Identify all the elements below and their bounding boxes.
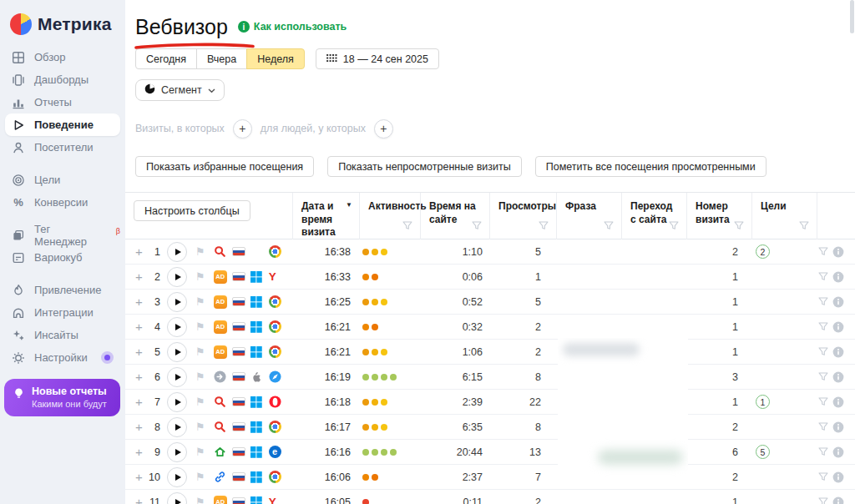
- column-header-1[interactable]: Активность: [359, 193, 420, 239]
- favorite-flag-icon[interactable]: [195, 421, 205, 432]
- expand-row-button[interactable]: [135, 295, 145, 308]
- expand-row-button[interactable]: [135, 471, 145, 483]
- filter-funnel-icon[interactable]: [818, 372, 828, 381]
- info-icon[interactable]: [832, 471, 844, 483]
- sidebar-item-attraction[interactable]: Привлечение: [5, 279, 120, 301]
- scrollbar[interactable]: [850, 0, 854, 33]
- new-reports-banner[interactable]: Новые отчеты Какими они будут: [4, 379, 120, 416]
- sidebar-item-integrations[interactable]: Интеграции: [5, 301, 120, 324]
- filter-funnel-icon[interactable]: [734, 221, 744, 234]
- info-icon[interactable]: [832, 371, 844, 383]
- add-visit-filter-button[interactable]: [233, 119, 252, 139]
- icon-slot: [232, 372, 250, 381]
- app-logo[interactable]: Метрика: [0, 7, 125, 46]
- filter-funnel-icon[interactable]: [472, 221, 482, 234]
- sidebar-item-reports[interactable]: Отчеты: [5, 91, 120, 113]
- info-icon[interactable]: [832, 271, 844, 283]
- play-visit-button[interactable]: [167, 342, 187, 362]
- expand-row-button[interactable]: [135, 345, 145, 358]
- filter-funnel-icon[interactable]: [818, 247, 828, 256]
- expand-row-button[interactable]: [135, 320, 145, 333]
- expand-row-button[interactable]: [135, 421, 145, 433]
- action-button-2[interactable]: Пометить все посещения просмотренными: [535, 156, 766, 177]
- favorite-flag-icon[interactable]: [195, 346, 205, 357]
- info-icon[interactable]: [832, 246, 844, 258]
- sidebar-item-conversions[interactable]: Конверсии: [5, 191, 120, 214]
- segment-button[interactable]: Сегмент: [135, 79, 225, 101]
- favorite-flag-icon[interactable]: [195, 396, 205, 407]
- column-header-0[interactable]: Дата и время визита: [292, 193, 359, 239]
- filter-funnel-icon[interactable]: [818, 347, 828, 356]
- filter-funnel-icon[interactable]: [799, 221, 809, 234]
- expand-row-button[interactable]: [135, 446, 145, 458]
- favorite-flag-icon[interactable]: [195, 271, 205, 282]
- filter-funnel-icon[interactable]: [818, 272, 828, 281]
- info-icon[interactable]: [832, 346, 844, 358]
- play-visit-button[interactable]: [167, 467, 187, 487]
- expand-row-button[interactable]: [135, 245, 145, 258]
- filter-funnel-icon[interactable]: [818, 472, 828, 481]
- play-visit-button[interactable]: [167, 267, 187, 287]
- favorite-flag-icon[interactable]: [195, 446, 205, 457]
- play-visit-button[interactable]: [167, 317, 187, 337]
- filter-funnel-icon[interactable]: [539, 221, 549, 234]
- column-header-6[interactable]: Номер визита: [686, 193, 751, 239]
- action-button-1[interactable]: Показать непросмотренные визиты: [327, 156, 522, 177]
- expand-row-button[interactable]: [135, 496, 145, 504]
- favorite-flag-icon[interactable]: [195, 496, 205, 504]
- favorite-flag-icon[interactable]: [195, 296, 205, 307]
- play-visit-button[interactable]: [167, 492, 187, 504]
- play-visit-button[interactable]: [167, 442, 187, 462]
- play-visit-button[interactable]: [167, 242, 187, 262]
- sidebar-item-settings[interactable]: Настройки: [5, 346, 120, 369]
- sidebar-item-behavior[interactable]: Поведение: [5, 113, 120, 136]
- sidebar-item-variocube[interactable]: Вариокуб: [5, 246, 120, 269]
- filter-funnel-icon[interactable]: [818, 322, 828, 331]
- date-range-button[interactable]: 18 — 24 сен 2025: [316, 48, 439, 69]
- play-visit-button[interactable]: [167, 392, 187, 412]
- info-icon[interactable]: [832, 421, 844, 433]
- sidebar-item-dashboards[interactable]: Дашборды: [5, 68, 120, 91]
- configure-columns-button[interactable]: Настроить столбцы: [134, 200, 250, 221]
- favorite-flag-icon[interactable]: [195, 371, 205, 382]
- column-header-3[interactable]: Просмотры: [489, 193, 556, 239]
- column-header-2[interactable]: Время на сайте: [420, 193, 489, 239]
- filter-funnel-icon[interactable]: [818, 497, 828, 504]
- column-header-7[interactable]: Цели: [751, 193, 817, 239]
- favorite-flag-icon[interactable]: [195, 246, 205, 257]
- play-visit-button[interactable]: [167, 367, 187, 387]
- sidebar-item-tag-manager[interactable]: Тег Менеджерβ: [5, 224, 120, 246]
- column-header-4[interactable]: Фраза: [556, 193, 621, 239]
- filter-funnel-icon[interactable]: [402, 221, 412, 234]
- filter-funnel-icon[interactable]: [818, 297, 828, 306]
- sidebar-item-goals[interactable]: Цели: [5, 169, 120, 191]
- play-visit-button[interactable]: [167, 417, 187, 437]
- favorite-flag-icon[interactable]: [195, 471, 205, 482]
- info-icon[interactable]: [832, 446, 844, 458]
- play-visit-button[interactable]: [167, 292, 187, 312]
- filter-funnel-icon[interactable]: [669, 221, 679, 234]
- period-tab-2[interactable]: Неделя: [246, 48, 305, 69]
- info-icon[interactable]: [832, 296, 844, 308]
- sidebar-item-visitors[interactable]: Посетители: [5, 136, 120, 159]
- period-tab-0[interactable]: Сегодня: [135, 48, 197, 69]
- filter-funnel-icon[interactable]: [604, 221, 614, 234]
- info-icon[interactable]: [832, 496, 844, 504]
- filter-funnel-icon[interactable]: [818, 397, 828, 406]
- expand-row-button[interactable]: [135, 396, 145, 408]
- column-header-5[interactable]: Переход с сайта: [621, 193, 686, 239]
- filter-funnel-icon[interactable]: [818, 447, 828, 456]
- filter-funnel-icon[interactable]: [818, 422, 828, 431]
- info-icon[interactable]: [832, 321, 844, 333]
- how-to-use-link[interactable]: Как использовать: [238, 21, 347, 33]
- sidebar-item-insights[interactable]: Инсайты: [5, 324, 120, 346]
- info-icon[interactable]: [832, 396, 844, 408]
- expand-row-button[interactable]: [135, 270, 145, 283]
- activity-dot: [362, 374, 369, 381]
- add-people-filter-button[interactable]: [374, 119, 393, 139]
- action-button-0[interactable]: Показать избранные посещения: [135, 156, 314, 177]
- sidebar-item-grid[interactable]: Обзор: [5, 46, 120, 68]
- favorite-flag-icon[interactable]: [195, 321, 205, 332]
- expand-row-button[interactable]: [135, 370, 145, 383]
- period-tab-1[interactable]: Вчера: [196, 48, 247, 69]
